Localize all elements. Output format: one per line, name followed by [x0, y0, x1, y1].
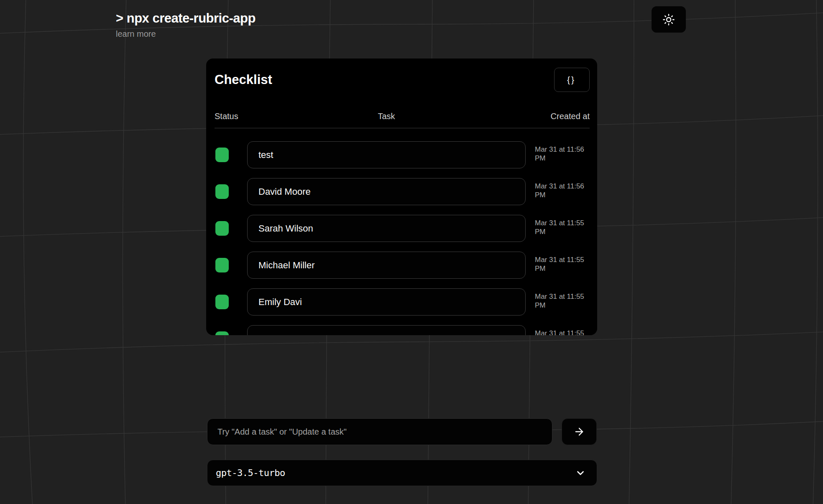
- task-created-at: Mar 31 at 11:56 PM: [535, 182, 593, 199]
- app-header: > npx create-rubric-app learn more: [116, 11, 256, 39]
- task-status-checkbox[interactable]: [215, 221, 229, 236]
- app-background: > npx create-rubric-app learn more Check…: [0, 0, 823, 504]
- column-header-status: Status: [215, 112, 238, 121]
- task-label: David Moore: [258, 186, 311, 197]
- chevron-down-icon: [575, 468, 586, 479]
- task-label: Michael Miller: [258, 260, 314, 271]
- task-input[interactable]: Emily Davi: [247, 288, 526, 316]
- header-divider: [215, 128, 590, 128]
- learn-more-link[interactable]: learn more: [116, 29, 156, 39]
- task-input[interactable]: test: [247, 141, 526, 168]
- json-view-button[interactable]: {}: [554, 68, 590, 92]
- checklist-title: Checklist: [215, 72, 272, 87]
- task-label: test: [258, 150, 273, 160]
- task-created-at: Mar 31 at 11:55 PM: [535, 292, 593, 310]
- task-input[interactable]: Robert Johnson: [247, 325, 526, 335]
- task-label: Emily Davi: [258, 297, 302, 308]
- task-label: Robert Johnson: [258, 333, 323, 336]
- task-label: Sarah Wilson: [258, 223, 313, 234]
- checklist-card: Checklist {} Status Task Created at test…: [206, 59, 597, 335]
- page-title: > npx create-rubric-app: [116, 11, 256, 26]
- table-header: Status Task Created at: [215, 112, 590, 122]
- task-row: David Moore Mar 31 at 11:56 PM: [215, 178, 590, 205]
- task-status-checkbox[interactable]: [215, 148, 229, 162]
- model-select[interactable]: gpt-3.5-turbo: [207, 460, 597, 486]
- task-status-checkbox[interactable]: [215, 258, 229, 272]
- send-button[interactable]: [562, 418, 597, 445]
- column-header-task: Task: [247, 112, 526, 121]
- theme-toggle-button[interactable]: [652, 6, 686, 33]
- task-input[interactable]: Michael Miller: [247, 252, 526, 279]
- task-row: test Mar 31 at 11:56 PM: [215, 141, 590, 168]
- task-input[interactable]: David Moore: [247, 178, 526, 205]
- task-row: Sarah Wilson Mar 31 at 11:55 PM: [215, 215, 590, 242]
- task-input[interactable]: Sarah Wilson: [247, 215, 526, 242]
- task-status-checkbox[interactable]: [215, 295, 229, 309]
- card-header: Checklist {}: [215, 68, 590, 92]
- task-created-at: Mar 31 at 11:56 PM: [535, 145, 593, 163]
- task-created-at: Mar 31 at 11:55 PM: [535, 255, 593, 273]
- task-status-checkbox[interactable]: [215, 331, 229, 335]
- sun-icon: [662, 13, 675, 26]
- model-select-value: gpt-3.5-turbo: [216, 468, 285, 478]
- column-header-created: Created at: [551, 112, 590, 121]
- braces-icon: {}: [567, 75, 575, 85]
- prompt-input[interactable]: [207, 418, 552, 445]
- task-status-checkbox[interactable]: [215, 184, 229, 199]
- task-row: Michael Miller Mar 31 at 11:55 PM: [215, 252, 590, 279]
- task-created-at: Mar 31 at 11:55 PM: [535, 329, 593, 335]
- task-row: Robert Johnson Mar 31 at 11:55 PM: [215, 325, 590, 335]
- task-created-at: Mar 31 at 11:55 PM: [535, 219, 593, 236]
- arrow-right-icon: [573, 426, 585, 438]
- task-row: Emily Davi Mar 31 at 11:55 PM: [215, 288, 590, 316]
- task-list: test Mar 31 at 11:56 PM David Moore Mar …: [215, 141, 590, 335]
